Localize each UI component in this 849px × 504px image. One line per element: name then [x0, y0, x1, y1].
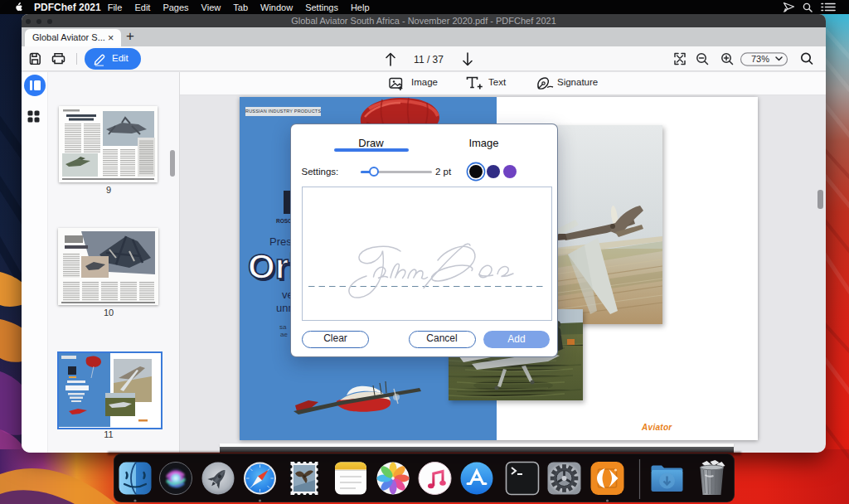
svg-text:73%: 73%	[751, 54, 769, 64]
svg-text:11 / 37: 11 / 37	[414, 54, 444, 65]
